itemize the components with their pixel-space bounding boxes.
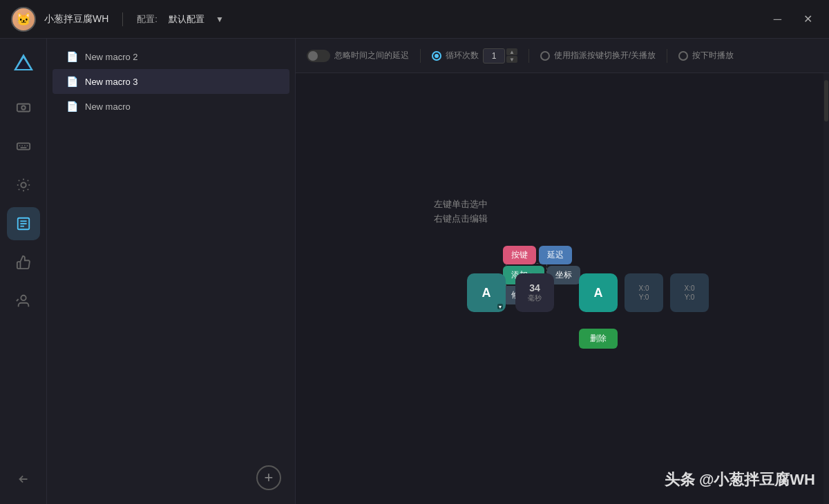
sidebar-item-collapse[interactable] [7,463,40,496]
hint-line2: 右键点击编辑 [434,212,488,226]
titlebar-divider [122,12,123,26]
macro-item-name-1: New macro 3 [85,77,138,87]
main-content: 📄 New macro 2 📄 New macro 3 📄 New macro … [47,39,829,504]
svg-line-14 [27,189,28,190]
count-down-button[interactable]: ▼ [506,56,517,63]
macro-list-panel: 📄 New macro 2 📄 New macro 3 📄 New macro … [47,39,296,504]
sidebar-item-macro[interactable] [7,207,40,240]
close-button[interactable]: ✕ [798,10,818,28]
macro-item-name-2: New macro [85,101,131,112]
loop-count-group: 循环次数 ▲ ▼ [432,48,517,64]
ignore-delay-label: 忽略时间之间的延迟 [334,50,409,61]
toolbar-divider-1 [420,49,421,63]
press-play-label: 按下时播放 [692,50,734,61]
macro-item-1[interactable]: 📄 New macro 3 [53,69,289,94]
block-a1-label: A [482,286,491,300]
loop-count-field[interactable] [483,48,505,64]
delay-block[interactable]: 34 毫秒 [515,273,554,312]
sidebar-item-keyboard[interactable] [7,130,40,163]
block-a1-indicator: ▼ [497,304,503,309]
press-play-group: 按下时播放 [678,50,734,61]
editor-canvas[interactable]: 左键单击选中 右键点击编辑 按键 延迟 添加 坐标 修改 [296,73,829,504]
sidebar [0,39,47,504]
svg-line-24 [16,299,18,301]
toolbar-divider-2 [528,49,529,63]
macro-item-name-0: New macro 2 [85,52,138,62]
config-dropdown-icon[interactable]: ▼ [216,14,224,24]
macro-item-icon-0: 📄 [66,51,78,62]
editor-scrollbar[interactable] [823,73,829,504]
ignore-delay-switch-track[interactable] [307,50,330,62]
macro-block-a2[interactable]: A [579,273,618,312]
toggle-play-group: 使用指派按键切换开/关播放 [540,50,656,61]
macro-block-a1[interactable]: A ▼ [467,273,506,312]
toolbar-divider-3 [667,49,667,63]
config-prefix: 配置: [137,13,158,26]
editor-panel: 忽略时间之间的延迟 循环次数 ▲ ▼ 使用指派按键切换开/关播放 [296,39,829,504]
svg-point-23 [21,295,26,300]
username: 小葱拌豆腐WH [44,13,108,26]
svg-point-10 [21,182,26,187]
key-button[interactable]: 按键 [503,246,536,264]
titlebar: 🐱 小葱拌豆腐WH 配置: 默认配置 ▼ ─ ✕ [0,0,829,39]
count-up-button[interactable]: ▲ [506,48,517,55]
sidebar-item-device[interactable] [7,91,40,124]
coord-block-1[interactable]: X:0 Y:0 [625,273,663,312]
coord1-y: Y:0 [639,293,649,301]
context-hint: 左键单击选中 右键点击编辑 [434,197,488,226]
count-arrows: ▲ ▼ [506,48,517,63]
macro-item-icon-2: 📄 [66,101,78,112]
delay-unit: 毫秒 [528,293,542,303]
editor-toolbar: 忽略时间之间的延迟 循环次数 ▲ ▼ 使用指派按键切换开/关播放 [296,39,829,73]
svg-line-17 [18,189,19,190]
titlebar-controls: ─ ✕ [768,10,818,28]
coord-block-2[interactable]: X:0 Y:0 [670,273,709,312]
loop-count-input[interactable]: ▲ ▼ [483,48,517,64]
toggle-play-label: 使用指派按键切换开/关播放 [554,50,656,61]
coord1-x: X:0 [638,284,649,292]
sidebar-item-user[interactable] [7,284,40,318]
delete-button[interactable]: 删除 [579,329,618,349]
scrollbar-thumb [824,80,828,122]
popup-row-1: 按键 延迟 [503,246,580,264]
macro-item-0[interactable]: 📄 New macro 2 [53,44,289,69]
macro-item-2[interactable]: 📄 New macro [53,94,289,119]
app-logo [7,47,40,80]
svg-line-18 [27,180,28,181]
toggle-play-radio[interactable] [540,51,550,61]
sidebar-item-feedback[interactable] [7,246,40,279]
press-play-radio[interactable] [678,51,688,61]
coord2-y: Y:0 [685,293,694,301]
svg-rect-2 [17,104,29,112]
ignore-delay-switch-knob [308,51,318,61]
minimize-button[interactable]: ─ [768,10,787,28]
coord2-x: X:0 [684,284,694,292]
loop-count-label: 循环次数 [446,50,479,61]
avatar: 🐱 [11,7,36,32]
svg-rect-4 [17,143,29,149]
sidebar-item-lighting[interactable] [7,168,40,202]
svg-line-13 [18,180,19,181]
ignore-delay-toggle[interactable]: 忽略时间之间的延迟 [307,50,409,62]
titlebar-left: 🐱 小葱拌豆腐WH 配置: 默认配置 ▼ [11,7,224,32]
delay-num: 34 [529,282,540,293]
svg-point-3 [21,106,26,110]
loop-count-radio[interactable] [432,51,441,61]
add-macro-button[interactable]: + [256,465,281,490]
block-a2-label: A [594,286,603,300]
delay-button[interactable]: 延迟 [539,246,572,264]
hint-line1: 左键单击选中 [434,197,488,212]
macro-item-icon-1: 📄 [66,76,78,87]
config-name: 默认配置 [169,13,204,26]
